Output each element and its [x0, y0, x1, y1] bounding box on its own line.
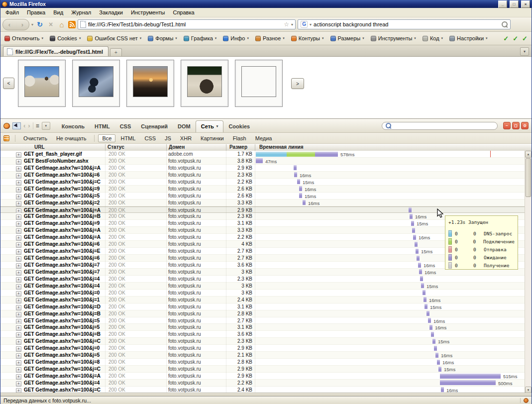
table-row[interactable]: +GET BestFotoNumber.ashx200 OKfoto.votpu…	[0, 158, 525, 165]
firebug-menu-icon[interactable]: ≡	[36, 122, 39, 129]
expand-row-icon[interactable]: +	[16, 173, 21, 179]
table-row[interactable]: +GET GetImage.ashx?w=100&j=B200 OKfoto.v…	[0, 310, 525, 317]
devtoolbar-item[interactable]: Контуры ▾	[291, 35, 324, 41]
timeline-bar[interactable]	[297, 179, 300, 184]
net-options-icon[interactable]	[3, 135, 9, 141]
devtoolbar-item[interactable]: Инфо ▾	[223, 35, 249, 41]
firebug-status-icon[interactable]	[524, 398, 529, 403]
request-url[interactable]: +GET GetImage.ashx?w=100&j=7	[16, 262, 104, 269]
timeline-cell[interactable]: 16ms	[256, 186, 525, 192]
firebug-off-button[interactable]: ⊙	[521, 122, 529, 129]
timeline-cell[interactable]: 16ms	[256, 317, 525, 324]
request-url[interactable]: +GET GetImage.ashx?w=100&j=9	[16, 186, 104, 193]
column-header-domain[interactable]: Домен	[169, 144, 185, 150]
timeline-bar[interactable]	[294, 172, 297, 177]
url-dropdown-icon[interactable]: ▾	[291, 22, 293, 27]
bookmark-star-icon[interactable]: ☆	[284, 21, 289, 28]
maximize-button[interactable]: □	[510, 0, 519, 8]
timeline-cell[interactable]: 578ms	[256, 151, 525, 157]
expand-row-icon[interactable]: +	[16, 291, 21, 297]
expand-row-icon[interactable]: +	[16, 201, 21, 206]
request-url[interactable]: +GET GetImage.ashx?w=100&j=5	[16, 317, 104, 324]
timeline-cell[interactable]: 15ms	[256, 366, 525, 372]
expand-row-icon[interactable]: +	[16, 312, 21, 317]
net-filter-button[interactable]: JS	[161, 134, 175, 142]
table-row[interactable]: +GET GetImage.ashx?w=100&j=5200 OKfoto.v…	[0, 352, 525, 359]
net-action-button[interactable]: Не очищать	[52, 134, 91, 142]
timeline-bar[interactable]	[299, 193, 302, 198]
photo-thumbnail[interactable]	[181, 60, 228, 107]
timeline-cell[interactable]: 16ms	[256, 352, 525, 358]
net-action-button[interactable]: Очистить	[19, 134, 52, 142]
back-icon[interactable]: ‹	[8, 21, 10, 28]
list-all-tabs-icon[interactable]: ▾	[520, 47, 529, 56]
menu-item[interactable]: Правка	[23, 8, 49, 16]
expand-row-icon[interactable]: +	[16, 298, 21, 303]
menu-item[interactable]: Журнал	[67, 8, 95, 16]
firebug-panel-tab[interactable]: Cookies	[223, 121, 255, 132]
expand-row-icon[interactable]: +	[16, 166, 21, 172]
timeline-cell[interactable]: 16ms	[256, 324, 525, 330]
timeline-cell[interactable]: 47ms	[256, 158, 525, 164]
photo-thumbnail[interactable]	[18, 60, 66, 107]
request-url[interactable]: +GET GetImage.ashx?w=100&j=D	[16, 303, 104, 310]
table-row[interactable]: +GET GetImage.ashx?w=100&j=9200 OKfoto.v…	[0, 186, 525, 193]
table-row[interactable]: +GET GetImage.ashx?w=100&j=C200 OKfoto.v…	[0, 179, 525, 186]
table-row[interactable]: +GET GetImage.ashx?w=100&j=5200 OKfoto.v…	[0, 193, 525, 200]
request-url[interactable]: +GET GetImage.ashx?w=100&j=B	[16, 213, 104, 220]
firebug-icon[interactable]	[3, 123, 10, 129]
request-url[interactable]: +GET GetImage.ashx?w=100&j=0	[16, 290, 104, 297]
timeline-bar[interactable]	[412, 228, 415, 233]
address-bar[interactable]: file:///G:/Flex/Test1/bin-debug/Test1.ht…	[78, 19, 296, 29]
timeline-cell[interactable]: 15ms	[256, 338, 525, 344]
timeline-bar[interactable]	[420, 276, 423, 281]
timeline-cell[interactable]	[256, 276, 525, 282]
net-table-header[interactable]: URL Статус Домен Размер Временная линия	[0, 144, 532, 151]
request-url[interactable]: +GET GetImage.ashx?w=100&j=C	[16, 366, 104, 373]
menu-item[interactable]: Закладки	[95, 8, 127, 16]
timeline-cell[interactable]: 16ms	[256, 172, 525, 178]
request-url[interactable]: +GET GetImage.ashx?w=100&j=A	[16, 207, 104, 214]
timeline-bar[interactable]	[418, 263, 421, 268]
timeline-bar[interactable]	[415, 242, 418, 247]
request-url[interactable]: +GET GetImage.ashx?w=100&j=1	[16, 297, 104, 303]
timeline-cell[interactable]: 16ms	[256, 297, 525, 303]
firebug-panel-tab[interactable]: Сценарий	[136, 121, 173, 132]
menu-item[interactable]: Справка	[169, 8, 198, 16]
firebug-panel-tab[interactable]: Сеть▾	[196, 120, 224, 132]
timeline-bar[interactable]	[410, 214, 413, 219]
request-url[interactable]: +GET GetImage.ashx?w=100&j=6	[16, 241, 104, 248]
timeline-cell[interactable]	[256, 165, 525, 171]
table-row[interactable]: +GET GetImage.ashx?w=100&j=0200 OKfoto.v…	[0, 345, 525, 352]
request-url[interactable]: +GET GetImage.ashx?w=100&j=5	[16, 193, 104, 200]
column-header-size[interactable]: Размер	[229, 144, 247, 150]
menu-item[interactable]: Файл	[1, 8, 23, 16]
firebug-panel-tab[interactable]: Консоль	[57, 121, 90, 132]
request-url[interactable]: +GET GetImage.ashx?w=100&j=2	[16, 200, 104, 206]
table-row[interactable]: +GET get_flash_player.gif200 OKadobe.com…	[0, 151, 525, 158]
request-url[interactable]: +GET GetImage.ashx?w=100&j=A	[16, 373, 104, 380]
search-go-icon[interactable]	[502, 21, 508, 27]
search-engine-dropdown-icon[interactable]: ▾	[310, 22, 312, 27]
expand-row-icon[interactable]: +	[16, 284, 21, 290]
table-row[interactable]: +GET GetImage.ashx?w=100&j=1200 OKfoto.v…	[0, 297, 525, 303]
timeline-bar[interactable]	[417, 256, 420, 261]
net-filter-button[interactable]: Картинки	[197, 134, 228, 142]
request-url[interactable]: +GET get_flash_player.gif	[16, 151, 104, 158]
table-row[interactable]: +GET GetImage.ashx?w=100&j=D200 OKfoto.v…	[0, 303, 525, 310]
net-filter-button[interactable]: Flash	[229, 134, 250, 142]
table-row[interactable]: +GET GetImage.ashx?w=100&j=C200 OKfoto.v…	[0, 366, 525, 373]
firebug-panel-tab[interactable]: DOM	[173, 121, 196, 132]
timeline-cell[interactable]: 16ms	[256, 359, 525, 365]
google-search-engine-icon[interactable]: G	[301, 21, 308, 28]
timeline-cell[interactable]: 500ms	[256, 380, 525, 386]
devtoolbar-item[interactable]: Графика ▾	[184, 35, 216, 41]
timeline-bar[interactable]	[424, 297, 426, 302]
timeline-cell[interactable]: 15ms	[256, 283, 525, 289]
expand-row-icon[interactable]: +	[16, 235, 21, 241]
timeline-bar[interactable]	[441, 387, 444, 392]
timeline-bar[interactable]	[256, 158, 263, 163]
expand-row-icon[interactable]: +	[16, 360, 21, 366]
scroll-up-icon[interactable]: ▲	[525, 151, 532, 158]
request-url[interactable]: +GET GetImage.ashx?w=100&j=4	[16, 283, 104, 290]
